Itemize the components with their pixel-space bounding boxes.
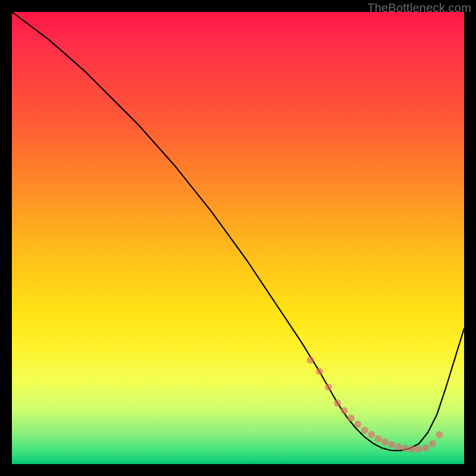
marker-point	[354, 421, 361, 428]
marker-point	[307, 356, 314, 364]
marker-point	[388, 441, 395, 448]
marker-point	[316, 368, 323, 375]
marker-point	[325, 384, 332, 391]
plot-area	[12, 12, 464, 464]
marker-point	[415, 446, 422, 453]
marker-point	[436, 431, 443, 439]
watermark-text: TheBottleneck.com	[367, 1, 471, 15]
marker-point	[429, 440, 436, 447]
marker-point	[375, 435, 382, 442]
chart-frame: TheBottleneck.com	[0, 0, 476, 476]
marker-point	[361, 427, 368, 434]
marker-point	[402, 444, 409, 452]
marker-point	[381, 439, 389, 446]
marker-point	[347, 414, 355, 421]
marker-point	[341, 407, 348, 414]
marker-point	[368, 431, 375, 439]
marker-point	[334, 399, 341, 406]
marker-point	[409, 446, 416, 453]
bottleneck-curve	[12, 12, 464, 450]
marker-point	[422, 444, 429, 452]
curve-svg	[12, 12, 464, 464]
marker-point	[395, 443, 402, 450]
